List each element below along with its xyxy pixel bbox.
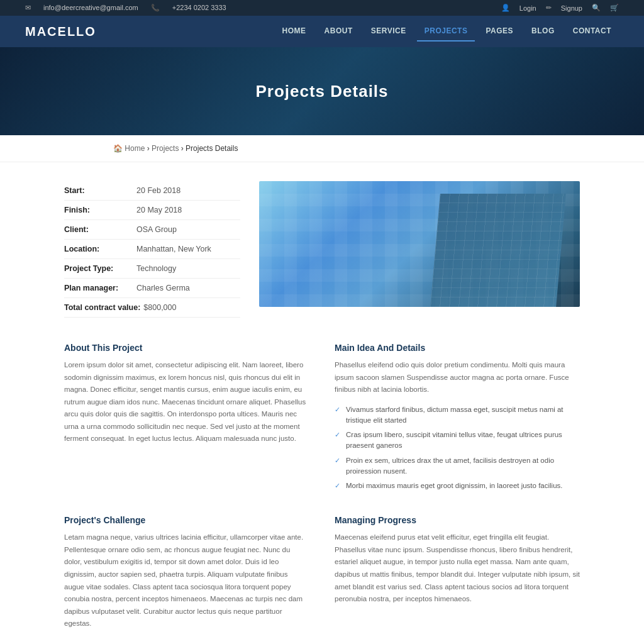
nav-blog[interactable]: BLOG (524, 21, 562, 42)
detail-finish: Finish: 20 May 2018 (64, 201, 240, 220)
nav-links: HOME ABOUT SERVICE PROJECTS PAGES BLOG C… (275, 21, 619, 42)
cart-icon[interactable]: 🛒 (610, 4, 619, 12)
check-item-1: Vivamus starford finibus, dictum massa e… (335, 402, 580, 428)
nav-home[interactable]: HOME (275, 21, 314, 42)
signup-icon: ✏ (546, 4, 552, 12)
check-list: Vivamus starford finibus, dictum massa e… (335, 402, 580, 494)
value-manager: Charles Germa (136, 284, 190, 292)
search-icon[interactable]: 🔍 (592, 4, 601, 12)
project-info: Start: 20 Feb 2018 Finish: 20 May 2018 C… (64, 181, 580, 318)
check-item-3: Proin ex sem, ultrices drax the ut amet,… (335, 453, 580, 479)
section-row-2: Project's Challenge Letam magna neque, v… (64, 515, 580, 630)
main-idea-section: Main idea and details Phasellus eleifend… (335, 343, 580, 493)
label-type: Project Type: (64, 264, 133, 273)
main-idea-title: Main idea and details (335, 343, 580, 353)
user-icon: 👤 (501, 4, 510, 12)
label-finish: Finish: (64, 206, 133, 214)
breadcrumb-projects[interactable]: Projects (152, 144, 179, 153)
value-start: 20 Feb 2018 (136, 186, 180, 195)
project-main-image (259, 181, 580, 307)
top-bar-left: ✉ info@deercreative@gmail.com 📞 +2234 02… (25, 4, 226, 12)
main-idea-intro: Phasellus eleifend odio quis dolor preti… (335, 359, 580, 396)
about-section: About this project Lorem ipsum dolor sit… (64, 343, 309, 493)
login-link[interactable]: Login (519, 4, 536, 12)
value-client: OSA Group (136, 225, 177, 234)
value-finish: 20 May 2018 (136, 206, 182, 214)
label-start: Start: (64, 186, 133, 195)
nav-about[interactable]: ABOUT (317, 21, 360, 42)
detail-contract: Total contract value: $800,000 (64, 298, 240, 318)
email-link[interactable]: info@deercreative@gmail.com (43, 4, 138, 12)
label-manager: Plan manager: (64, 284, 133, 292)
detail-client: Client: OSA Group (64, 220, 240, 240)
managing-text: Maecenas eleifend purus etat velit effic… (335, 531, 580, 605)
breadcrumb: 🏠 Home › Projects › Projects Details (0, 135, 644, 162)
home-icon: 🏠 (113, 144, 123, 153)
managing-title: Managing Progress (335, 515, 580, 525)
nav-pages[interactable]: PAGES (478, 21, 521, 42)
detail-type: Project Type: Technology (64, 259, 240, 279)
breadcrumb-sep1: › (147, 144, 152, 153)
main-nav: MACELLO HOME ABOUT SERVICE PROJECTS PAGE… (0, 16, 644, 47)
section-row-1: About this project Lorem ipsum dolor sit… (64, 343, 580, 493)
value-contract: $800,000 (143, 303, 176, 312)
check-item-2: Cras ipsum libero, suscipit vitamini tel… (335, 428, 580, 453)
top-bar-right: 👤 Login ✏ Signup 🔍 🛒 (501, 4, 619, 12)
about-title: About this project (64, 343, 309, 353)
detail-start: Start: 20 Feb 2018 (64, 181, 240, 201)
page-title: Projects Details (255, 82, 388, 101)
main-content: Start: 20 Feb 2018 Finish: 20 May 2018 C… (52, 162, 592, 644)
phone-icon: 📞 (151, 4, 160, 12)
building-graphic (430, 194, 566, 307)
breadcrumb-current: Projects Details (186, 144, 238, 153)
challenge-title: Project's Challenge (64, 515, 309, 525)
label-contract: Total contract value: (64, 303, 140, 312)
logo[interactable]: MACELLO (25, 25, 96, 39)
managing-section: Managing Progress Maecenas eleifend puru… (335, 515, 580, 630)
detail-location: Location: Manhattan, New York (64, 240, 240, 259)
about-text: Lorem ipsum dolor sit amet, consectetur … (64, 359, 309, 445)
challenge-section: Project's Challenge Letam magna neque, v… (64, 515, 309, 630)
phone-link[interactable]: +2234 0202 3333 (172, 4, 226, 12)
breadcrumb-sep2: › (181, 144, 186, 153)
label-location: Location: (64, 245, 133, 253)
value-location: Manhattan, New York (136, 245, 211, 253)
nav-service[interactable]: SERVICE (364, 21, 414, 42)
detail-manager: Plan manager: Charles Germa (64, 279, 240, 298)
nav-contact[interactable]: CONTACT (565, 21, 619, 42)
check-item-4: Morbi maximus mauris eget groot dignissi… (335, 479, 580, 493)
nav-projects[interactable]: PROJECTS (417, 21, 475, 42)
label-client: Client: (64, 225, 133, 234)
hero-section: Projects Details (0, 47, 644, 135)
top-bar: ✉ info@deercreative@gmail.com 📞 +2234 02… (0, 0, 644, 16)
challenge-text: Letam magna neque, varius ultrices lacin… (64, 531, 309, 630)
value-type: Technology (136, 264, 176, 273)
breadcrumb-home[interactable]: Home (125, 144, 145, 153)
email-icon: ✉ (25, 4, 31, 12)
project-details-table: Start: 20 Feb 2018 Finish: 20 May 2018 C… (64, 181, 240, 318)
signup-link[interactable]: Signup (561, 4, 582, 12)
